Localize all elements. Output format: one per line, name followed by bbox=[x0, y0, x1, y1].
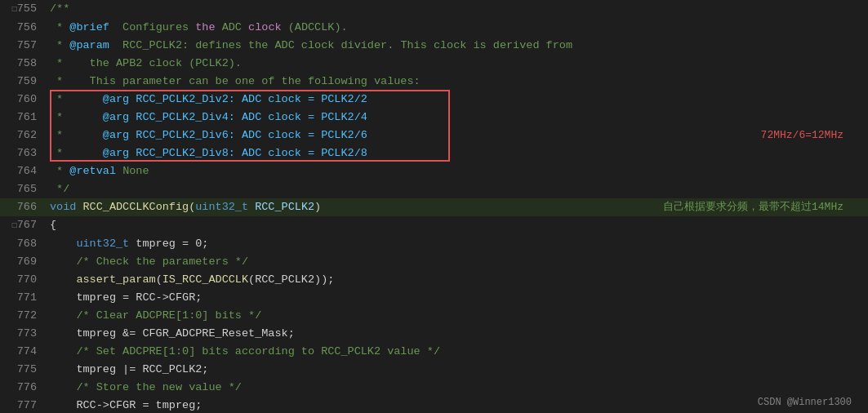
line-number: 770 bbox=[0, 271, 45, 289]
line-777: 777 RCC->CFGR = tmpreg; bbox=[0, 397, 868, 413]
line-number: 769 bbox=[0, 253, 45, 271]
code-text: /* Check the parameters */ bbox=[45, 253, 868, 271]
line-number: 764 bbox=[0, 162, 45, 180]
line-number: 760 bbox=[0, 91, 45, 109]
line-number: 768 bbox=[0, 235, 45, 253]
code-text: uint32_t tmpreg = 0; bbox=[45, 235, 868, 253]
line-number: 762 bbox=[0, 127, 45, 144]
line-number: 756 bbox=[0, 19, 45, 37]
line-number: 757 bbox=[0, 37, 45, 55]
line-772: 772 /* Clear ADCPRE[1:0] bits */ bbox=[0, 307, 868, 325]
line-number: 775 bbox=[0, 361, 45, 379]
code-text: tmpreg &= CFGR_ADCPRE_Reset_Mask; bbox=[45, 325, 868, 343]
line-number: 759 bbox=[0, 73, 45, 91]
code-text: * @brief Configures the ADC clock (ADCCL… bbox=[45, 19, 868, 37]
line-number: □767 bbox=[0, 216, 45, 235]
line-757: 757 * @param RCC_PCLK2: defines the ADC … bbox=[0, 37, 868, 55]
line-number: 776 bbox=[0, 379, 45, 397]
line-number: 771 bbox=[0, 289, 45, 307]
code-text: * This parameter can be one of the follo… bbox=[45, 73, 868, 91]
line-766: 766 void RCC_ADCCLKConfig(uint32_t RCC_P… bbox=[0, 198, 868, 216]
code-editor: □755 /** 756 * @brief Configures the ADC… bbox=[0, 0, 868, 413]
line-773: 773 tmpreg &= CFGR_ADCPRE_Reset_Mask; bbox=[0, 325, 868, 343]
line-number: 758 bbox=[0, 55, 45, 73]
line-number: 766 bbox=[0, 198, 45, 216]
code-text: RCC->CFGR = tmpreg; bbox=[45, 397, 868, 413]
code-text: /* Set ADCPRE[1:0] bits according to RCC… bbox=[45, 343, 868, 361]
code-text: /** bbox=[45, 0, 868, 18]
code-text: * @retval None bbox=[45, 162, 868, 180]
code-text: tmpreg = RCC->CFGR; bbox=[45, 289, 868, 307]
annotation-self-divide: 自己根据要求分频，最带不超过14MHz bbox=[663, 198, 844, 216]
code-text: * @param RCC_PCLK2: defines the ADC cloc… bbox=[45, 37, 868, 55]
line-760: 760 * @arg RCC_PCLK2_Div2: ADC clock = P… bbox=[0, 91, 868, 109]
line-768: 768 uint32_t tmpreg = 0; bbox=[0, 235, 868, 253]
line-774: 774 /* Set ADCPRE[1:0] bits according to… bbox=[0, 343, 868, 361]
line-number: 763 bbox=[0, 144, 45, 162]
line-764: 764 * @retval None bbox=[0, 162, 868, 180]
line-769: 769 /* Check the parameters */ bbox=[0, 253, 868, 271]
watermark: CSDN @Winner1300 bbox=[758, 397, 852, 408]
line-767: □767 { bbox=[0, 216, 868, 235]
line-758: 758 * the APB2 clock (PCLK2). bbox=[0, 55, 868, 73]
line-number: □755 bbox=[0, 0, 45, 19]
code-text: * @arg RCC_PCLK2_Div6: ADC clock = PCLK2… bbox=[45, 127, 868, 144]
line-number: 774 bbox=[0, 343, 45, 361]
line-number: 765 bbox=[0, 180, 45, 198]
code-text: * the APB2 clock (PCLK2). bbox=[45, 55, 868, 73]
line-770: 770 assert_param(IS_RCC_ADCCLK(RCC_PCLK2… bbox=[0, 271, 868, 289]
line-number: 777 bbox=[0, 397, 45, 413]
code-text: tmpreg |= RCC_PCLK2; bbox=[45, 361, 868, 379]
line-755: □755 /** bbox=[0, 0, 868, 19]
line-775: 775 tmpreg |= RCC_PCLK2; bbox=[0, 361, 868, 379]
line-number: 761 bbox=[0, 109, 45, 127]
code-text: /* Clear ADCPRE[1:0] bits */ bbox=[45, 307, 868, 325]
line-763: 763 * @arg RCC_PCLK2_Div8: ADC clock = P… bbox=[0, 144, 868, 162]
line-771: 771 tmpreg = RCC->CFGR; bbox=[0, 289, 868, 307]
line-765: 765 */ bbox=[0, 180, 868, 198]
line-number: 772 bbox=[0, 307, 45, 325]
code-text: /* Store the new value */ bbox=[45, 379, 868, 397]
code-text: */ bbox=[45, 180, 868, 198]
code-text: * @arg RCC_PCLK2_Div4: ADC clock = PCLK2… bbox=[45, 109, 868, 127]
line-number: 773 bbox=[0, 325, 45, 343]
line-762: 762 * @arg RCC_PCLK2_Div6: ADC clock = P… bbox=[0, 127, 868, 144]
annotation-72mhz: 72MHz/6=12MHz bbox=[761, 127, 844, 144]
line-761: 761 * @arg RCC_PCLK2_Div4: ADC clock = P… bbox=[0, 109, 868, 127]
line-756: 756 * @brief Configures the ADC clock (A… bbox=[0, 19, 868, 37]
line-776: 776 /* Store the new value */ bbox=[0, 379, 868, 397]
code-text: * @arg RCC_PCLK2_Div2: ADC clock = PCLK2… bbox=[45, 91, 868, 109]
code-text: assert_param(IS_RCC_ADCCLK(RCC_PCLK2)); bbox=[45, 271, 868, 289]
code-text: * @arg RCC_PCLK2_Div8: ADC clock = PCLK2… bbox=[45, 144, 868, 162]
line-759: 759 * This parameter can be one of the f… bbox=[0, 73, 868, 91]
code-text: { bbox=[45, 216, 868, 234]
